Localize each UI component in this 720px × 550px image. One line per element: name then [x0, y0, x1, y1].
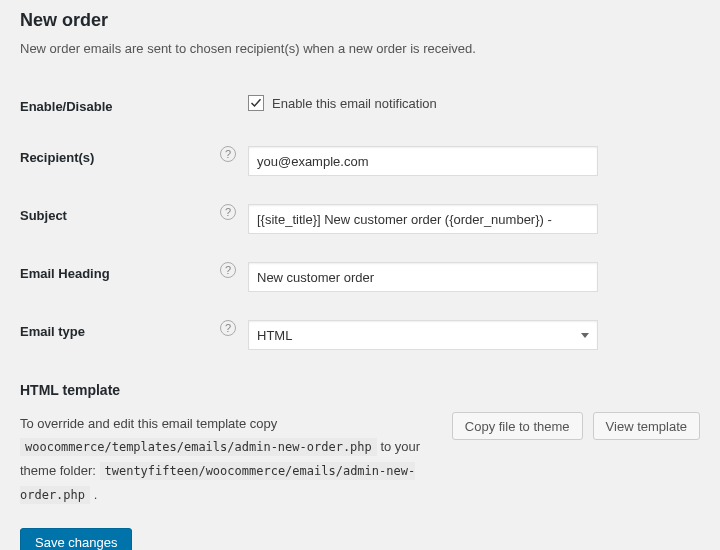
settings-form: Enable/Disable Enable this email notific… — [20, 81, 700, 364]
save-button[interactable]: Save changes — [20, 528, 132, 550]
page-description: New order emails are sent to chosen reci… — [20, 41, 700, 56]
enable-checkbox[interactable] — [248, 95, 264, 111]
enable-checkbox-label: Enable this email notification — [272, 96, 437, 111]
page-title: New order — [20, 10, 700, 31]
template-src-path: woocommerce/templates/emails/admin-new-o… — [20, 438, 377, 456]
enable-checkbox-wrap[interactable]: Enable this email notification — [248, 95, 690, 111]
chevron-down-icon — [581, 333, 589, 338]
subject-label: Subject — [20, 190, 220, 248]
subject-input[interactable] — [248, 204, 598, 234]
recipients-label: Recipient(s) — [20, 132, 220, 190]
email-type-select[interactable]: HTML — [248, 320, 598, 350]
view-template-button[interactable]: View template — [593, 412, 700, 440]
recipients-input[interactable] — [248, 146, 598, 176]
heading-input[interactable] — [248, 262, 598, 292]
type-label: Email type — [20, 306, 220, 364]
template-heading: HTML template — [20, 382, 700, 398]
check-icon — [250, 97, 262, 109]
help-icon[interactable]: ? — [220, 204, 236, 220]
heading-label: Email Heading — [20, 248, 220, 306]
copy-file-button[interactable]: Copy file to theme — [452, 412, 583, 440]
email-type-value: HTML — [257, 328, 292, 343]
enable-label: Enable/Disable — [20, 81, 220, 132]
help-icon[interactable]: ? — [220, 146, 236, 162]
help-icon[interactable]: ? — [220, 262, 236, 278]
help-icon[interactable]: ? — [220, 320, 236, 336]
template-override-text: To override and edit this email template… — [20, 412, 432, 506]
